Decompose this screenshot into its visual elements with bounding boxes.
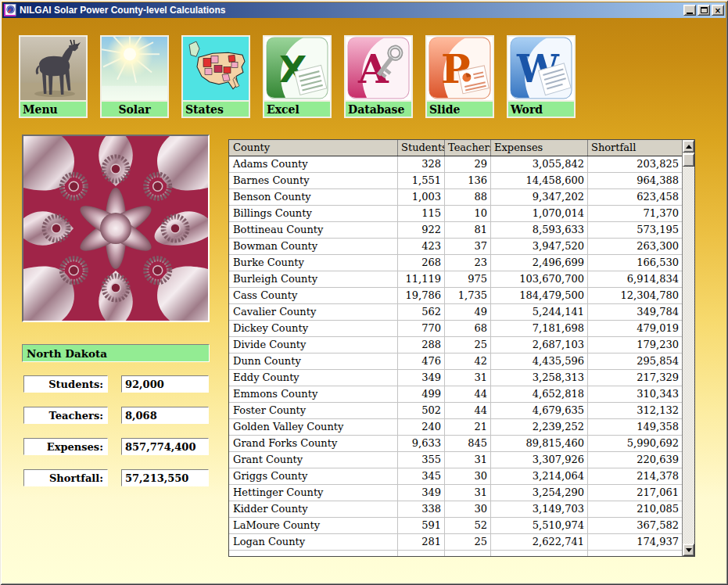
minimize-button[interactable] <box>683 5 696 16</box>
table-row[interactable]: Emmons County 499 44 4,652,818 310,343 <box>229 386 682 403</box>
cell-county: Benson County <box>229 189 398 205</box>
close-button[interactable]: × <box>712 5 724 16</box>
cell-teachers: 845 <box>445 436 491 451</box>
arrow-up-icon <box>686 145 692 149</box>
table-row[interactable]: Golden Valley County 240 21 2,239,252 14… <box>229 419 682 436</box>
database-button[interactable]: A Database <box>344 35 413 118</box>
table-row[interactable]: Kidder County 338 30 3,149,703 210,085 <box>229 501 682 518</box>
access-database-icon: A <box>344 35 413 101</box>
expenses-value[interactable]: 857,774,400 <box>121 438 209 455</box>
slide-button[interactable]: P Slide <box>425 35 494 118</box>
cell-expenses: 89,815,460 <box>491 436 588 451</box>
scroll-down-button[interactable] <box>683 544 694 556</box>
cell-shortfall: 217,061 <box>588 485 682 501</box>
teachers-label: Teachers: <box>23 407 108 424</box>
table-row[interactable]: Cass County 19,786 1,735 184,479,500 12,… <box>229 288 682 304</box>
table-row[interactable]: Barnes County 1,551 136 14,458,600 964,3… <box>229 173 682 189</box>
cell-teachers: 42 <box>445 354 491 369</box>
table-row[interactable]: Cavalier County 562 49 5,244,141 349,784 <box>229 304 682 321</box>
vertical-scrollbar[interactable] <box>682 140 694 556</box>
excel-button[interactable]: X Excel <box>263 35 332 118</box>
solar-button[interactable]: Solar <box>100 35 169 118</box>
cell-shortfall: 217,329 <box>588 370 682 386</box>
cell-expenses: 5,244,141 <box>491 304 588 320</box>
cell-students: 349 <box>398 370 445 386</box>
table-row[interactable]: Dickey County 770 68 7,181,698 479,019 <box>229 321 682 337</box>
table-row[interactable]: Adams County 328 29 3,055,842 203,825 <box>229 156 682 173</box>
cell-expenses: 14,458,600 <box>491 173 588 188</box>
cell-shortfall: 623,458 <box>588 189 682 205</box>
cell-expenses: 3,254,290 <box>491 485 588 501</box>
cell-county: Cavalier County <box>229 304 398 320</box>
table-row[interactable]: Dunn County 476 42 4,435,596 295,854 <box>229 354 682 370</box>
cell-students: 288 <box>398 337 445 353</box>
table-row[interactable]: Billings County 115 10 1,070,014 71,370 <box>229 206 682 222</box>
nilgai-photo-icon <box>19 35 88 101</box>
expenses-label: Expenses: <box>23 438 108 455</box>
cell-students: 922 <box>398 222 445 238</box>
cell-county: Adams County <box>229 156 398 172</box>
table-row[interactable]: Griggs County 345 30 3,214,064 214,378 <box>229 468 682 485</box>
cell-county: Bottineau County <box>229 222 398 238</box>
cell-teachers: 31 <box>445 370 491 386</box>
cell-teachers: 136 <box>445 173 491 188</box>
cell-students: 355 <box>398 452 445 468</box>
table-row[interactable]: Foster County 502 44 4,679,635 312,132 <box>229 403 682 419</box>
powerpoint-icon: P <box>425 35 494 101</box>
students-value[interactable]: 92,000 <box>121 375 209 393</box>
cell-students: 11,119 <box>398 271 445 287</box>
titlebar[interactable]: NILGAI Solar Power County-level Calculat… <box>2 2 726 18</box>
cell-students: 591 <box>398 518 445 533</box>
table-row[interactable]: LaMoure County 591 52 5,510,974 367,582 <box>229 518 682 534</box>
cell-teachers: 21 <box>445 419 491 435</box>
maximize-button[interactable] <box>698 5 710 16</box>
cell-students: 268 <box>398 255 445 271</box>
cell-students: 281 <box>398 534 445 550</box>
cell-students: 349 <box>398 485 445 501</box>
cell-shortfall: 149,358 <box>588 419 682 435</box>
table-row[interactable]: Burleigh County 11,119 975 103,670,700 6… <box>229 271 682 288</box>
table-row[interactable]: Bowman County 423 37 3,947,520 263,300 <box>229 239 682 255</box>
table-row[interactable]: Grand Forks County 9,633 845 89,815,460 … <box>229 436 682 452</box>
region-label: North Dakota <box>22 344 210 362</box>
table-row[interactable]: Divide County 288 25 2,687,103 179,230 <box>229 337 682 354</box>
window-title: NILGAI Solar Power County-level Calculat… <box>20 5 225 16</box>
word-button[interactable]: W Word <box>507 35 576 118</box>
cell-shortfall: 12,304,780 <box>588 288 682 303</box>
cell-county: Divide County <box>229 337 398 353</box>
cell-county: Foster County <box>229 403 398 418</box>
cell-shortfall: 166,530 <box>588 255 682 271</box>
cell-shortfall: 310,343 <box>588 386 682 402</box>
cell-expenses: 2,496,699 <box>491 255 588 271</box>
table-row[interactable]: Benson County 1,003 88 9,347,202 623,458 <box>229 189 682 206</box>
cell-teachers: 44 <box>445 403 491 418</box>
cell-expenses: 103,670,700 <box>491 271 588 287</box>
table-row[interactable]: Eddy County 349 31 3,258,313 217,329 <box>229 370 682 386</box>
states-button-label: States <box>181 101 250 118</box>
cell-shortfall: 5,990,692 <box>588 436 682 451</box>
cell-shortfall: 220,639 <box>588 452 682 468</box>
cell-expenses: 3,947,520 <box>491 239 588 254</box>
cell-students: 502 <box>398 403 445 418</box>
solar-button-label: Solar <box>100 101 169 118</box>
table-row[interactable]: Bottineau County 922 81 8,593,633 573,19… <box>229 222 682 239</box>
teachers-value[interactable]: 8,068 <box>121 407 209 424</box>
table-row[interactable]: Logan County 281 25 2,622,741 174,937 <box>229 534 682 551</box>
table-row[interactable]: Grant County 355 31 3,307,926 220,639 <box>229 452 682 468</box>
scroll-up-button[interactable] <box>683 140 694 153</box>
cell-expenses: 2,622,741 <box>491 534 588 550</box>
scrollbar-thumb[interactable] <box>683 153 694 167</box>
menu-button[interactable]: Menu <box>19 35 88 118</box>
states-button[interactable]: States <box>181 35 250 118</box>
cell-students: 423 <box>398 239 445 254</box>
cell-teachers: 1,735 <box>445 288 491 303</box>
cell-expenses: 5,510,974 <box>491 518 588 533</box>
cell-shortfall: 263,300 <box>588 239 682 254</box>
header-students: Students <box>398 140 445 156</box>
table-row[interactable]: Hettinger County 349 31 3,254,290 217,06… <box>229 485 682 501</box>
table-row[interactable]: Burke County 268 23 2,496,699 166,530 <box>229 255 682 271</box>
cell-expenses: 9,347,202 <box>491 189 588 205</box>
app-window: NILGAI Solar Power County-level Calculat… <box>0 0 728 585</box>
shortfall-value[interactable]: 57,213,550 <box>121 469 209 486</box>
cell-teachers: 37 <box>445 239 491 254</box>
